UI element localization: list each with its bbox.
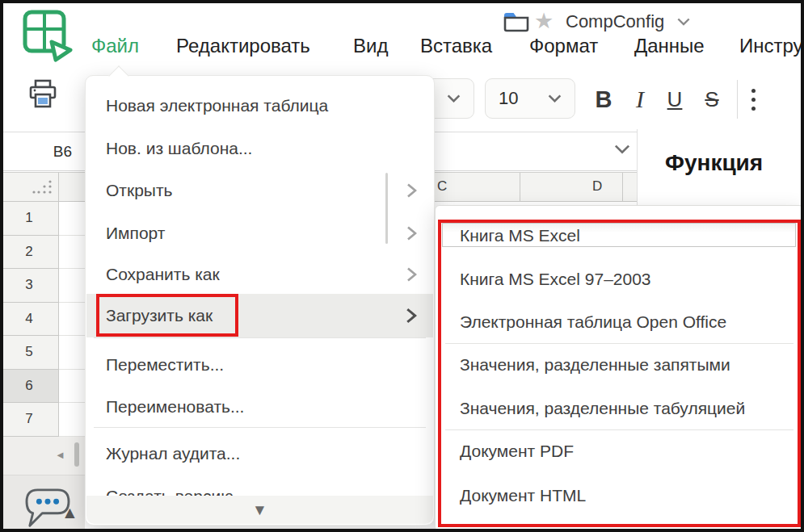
submenu-item-label: Документ PDF <box>460 442 574 461</box>
submenu-item-xls-97-2003[interactable]: Книга MS Excel 97–2003 <box>436 258 802 300</box>
menubar-format[interactable]: Формат <box>529 32 598 60</box>
underline-button[interactable]: U <box>659 81 691 118</box>
submenu-item-ods[interactable]: Электронная таблица Open Office <box>436 300 802 343</box>
app-window: Файл Редактировать Вид Вставка Формат Да… <box>0 0 804 532</box>
cell-reference-box[interactable]: B6 <box>0 132 85 171</box>
column-header-c[interactable]: C <box>437 178 447 195</box>
row-header-3[interactable]: 3 <box>0 269 59 303</box>
menu-item-label: Импорт <box>106 224 165 243</box>
menu-item-new-from-template[interactable]: Нов. из шаблона... <box>86 127 433 170</box>
menu-item-label: Журнал аудита... <box>106 444 240 463</box>
menubar-file[interactable]: Файл <box>91 32 139 60</box>
submenu-item-label: Книга MS Excel 97–2003 <box>460 270 651 289</box>
menu-item-label: Нов. из шаблона... <box>106 139 252 158</box>
menu-item-new-spreadsheet[interactable]: Новая электронная таблица <box>86 84 433 127</box>
submenu-item-label: Электронная таблица Open Office <box>460 312 726 332</box>
column-header-d[interactable]: D <box>592 178 602 195</box>
document-title[interactable]: CompConfig <box>566 10 664 34</box>
submenu-item-label: Значения, разделенные запятыми <box>460 355 730 375</box>
submenu-arrow-icon <box>406 308 417 324</box>
menu-item-label: Переименовать... <box>106 397 244 417</box>
menubar-view[interactable]: Вид <box>353 32 388 60</box>
row-header-5[interactable]: 5 <box>0 336 59 370</box>
submenu-arrow-icon <box>406 226 417 241</box>
menu-item-label: Новая электронная таблица <box>106 96 328 115</box>
menu-divider <box>94 427 426 428</box>
chevron-down-icon <box>447 94 461 103</box>
submenu-arrow-icon <box>406 183 417 198</box>
menu-item-label: Сохранить как <box>106 265 220 284</box>
menu-divider <box>94 337 426 338</box>
submenu-item-label: Книга MS Excel <box>460 226 580 245</box>
menubar-insert[interactable]: Вставка <box>420 32 492 60</box>
scroll-up-icon[interactable]: ▲ <box>61 503 78 522</box>
menu-scroll-down-strip[interactable]: ▼ <box>86 496 433 524</box>
submenu-item-label: Документ HTML <box>460 486 586 505</box>
folder-icon[interactable] <box>503 10 530 33</box>
doc-title-chevron-icon[interactable] <box>677 18 690 27</box>
menu-notch <box>108 65 128 86</box>
row-header-6[interactable]: 6 <box>0 370 59 404</box>
menu-item-save-as[interactable]: Сохранить как <box>86 254 433 294</box>
favorite-star-icon[interactable]: ★ <box>534 8 554 34</box>
scroll-left-icon[interactable]: ◄ <box>55 449 65 461</box>
column-divider[interactable] <box>520 173 520 202</box>
menubar-edit[interactable]: Редактировать <box>176 32 310 60</box>
submenu-item-html[interactable]: Документ HTML <box>436 473 802 517</box>
font-size-value: 10 <box>499 88 518 109</box>
submenu-item-tsv[interactable]: Значения, разделенные табуляцией <box>436 387 802 429</box>
submenu-item-xlsx[interactable]: Книга MS Excel <box>436 214 802 258</box>
chevron-down-icon <box>548 94 562 103</box>
menu-item-audit-log[interactable]: Журнал аудита... <box>86 432 433 475</box>
print-icon[interactable] <box>28 78 57 112</box>
app-logo-icon[interactable] <box>21 8 74 63</box>
submenu-item-label: Значения, разделенные табуляцией <box>460 399 745 418</box>
vertical-scrollbar-thumb[interactable] <box>74 442 79 467</box>
menubar-data[interactable]: Данные <box>634 32 705 60</box>
row-headers: 1 2 3 4 5 6 7 <box>0 202 59 437</box>
menu-item-label: Открыть <box>106 181 172 200</box>
row-header-2[interactable]: 2 <box>0 236 59 270</box>
more-options-kebab-icon[interactable] <box>745 81 761 118</box>
menu-scrollbar-thumb[interactable] <box>385 173 388 244</box>
toolbar-separator <box>737 80 738 119</box>
function-panel: Функция <box>637 129 804 207</box>
submenu-arrow-icon <box>406 267 417 282</box>
bold-button[interactable]: B <box>588 81 619 118</box>
function-panel-title: Функция <box>665 150 763 176</box>
strikethrough-button[interactable]: S <box>695 81 729 118</box>
menu-item-import[interactable]: Импорт <box>86 212 433 254</box>
menu-item-open[interactable]: Открыть <box>86 170 433 212</box>
cell-reference: B6 <box>53 143 72 161</box>
file-menu-dropdown: Новая электронная таблица Нов. из шаблон… <box>85 75 435 526</box>
italic-button[interactable]: I <box>627 81 653 118</box>
menu-item-label: Переместить... <box>106 355 224 375</box>
menubar-tools[interactable]: Инструменты <box>739 32 804 60</box>
download-as-submenu: Книга MS Excel Книга MS Excel 97–2003 Эл… <box>435 205 804 532</box>
row-header-4[interactable]: 4 <box>0 303 59 337</box>
font-size-dropdown[interactable]: 10 <box>485 78 575 119</box>
submenu-item-pdf[interactable]: Документ PDF <box>436 429 802 473</box>
column-divider[interactable] <box>622 173 623 202</box>
grid-cells-sliver[interactable] <box>59 202 85 437</box>
select-all-dots-icon <box>32 179 53 197</box>
formula-bar-chevron-icon[interactable] <box>614 145 630 155</box>
menu-item-label: Загрузить как <box>106 306 213 325</box>
select-all-corner[interactable] <box>0 172 59 202</box>
menu-item-download-as[interactable]: Загрузить как <box>86 294 433 337</box>
row-header-1[interactable]: 1 <box>0 202 59 236</box>
submenu-item-csv[interactable]: Значения, разделенные запятыми <box>436 343 802 387</box>
scroll-down-icon: ▼ <box>252 502 267 518</box>
menu-item-move[interactable]: Переместить... <box>86 343 433 386</box>
kebab-dots <box>751 89 756 111</box>
menu-item-rename[interactable]: Переименовать... <box>86 386 433 427</box>
row-header-7[interactable]: 7 <box>0 403 59 437</box>
